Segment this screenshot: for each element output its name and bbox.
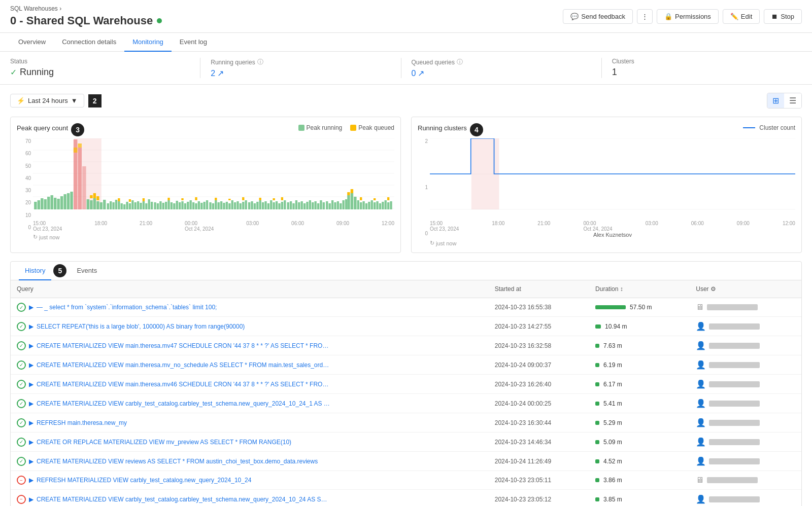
expand-arrow[interactable]: ▶ — [29, 400, 33, 407]
expand-arrow[interactable]: ▶ — [29, 342, 33, 349]
query-cell: ✓ ▶ REFRESH main.theresa.new_my — [11, 413, 489, 432]
duration-cell: 3.86 m — [589, 471, 690, 490]
filter-icon[interactable]: ⚙ — [710, 285, 716, 293]
stop-button[interactable]: ⏹ Stop — [764, 9, 802, 24]
tab-monitoring[interactable]: Monitoring — [124, 33, 172, 52]
history-tab-history[interactable]: History — [19, 262, 51, 280]
permissions-button[interactable]: 🔒 Permissions — [657, 9, 719, 24]
svg-rect-8 — [34, 202, 37, 209]
tab-eventlog[interactable]: Event log — [172, 33, 215, 52]
expand-arrow[interactable]: ▶ — [29, 439, 33, 446]
duration-bar — [595, 440, 599, 444]
legend-queued: Peak queued — [350, 124, 394, 131]
external-link-icon: ↗ — [217, 68, 224, 78]
info-icon-queued: ⓘ — [457, 58, 463, 66]
col-duration[interactable]: Duration ↕ — [589, 280, 690, 298]
expand-arrow[interactable]: ▶ — [29, 419, 33, 426]
query-text[interactable]: REFRESH MATERIALIZED VIEW carbly_test_ca… — [37, 477, 251, 484]
query-text[interactable]: CREATE MATERIALIZED VIEW main.theresa.mv… — [37, 381, 331, 388]
duration-bar — [595, 459, 599, 463]
send-feedback-button[interactable]: 💬 Send feedback — [563, 9, 633, 24]
step-badge-3: 3 — [71, 123, 84, 136]
svg-rect-129 — [351, 189, 353, 193]
query-text[interactable]: CREATE MATERIALIZED VIEW main.theresa.mv… — [37, 362, 331, 369]
query-text[interactable]: CREATE MATERIALIZED VIEW reviews AS SELE… — [37, 458, 318, 465]
query-text[interactable]: CREATE MATERIALIZED VIEW carbly_test_cat… — [37, 496, 331, 503]
svg-rect-60 — [171, 202, 173, 209]
header-actions: 💬 Send feedback ⋮ 🔒 Permissions ✏️ Edit … — [563, 9, 802, 24]
svg-rect-28 — [96, 201, 99, 209]
svg-rect-32 — [93, 193, 96, 198]
tab-overview[interactable]: Overview — [10, 33, 54, 52]
svg-rect-106 — [281, 202, 283, 209]
edit-button[interactable]: ✏️ Edit — [723, 9, 760, 24]
svg-rect-16 — [60, 196, 63, 209]
duration-cell: 5.41 m — [589, 394, 690, 413]
query-status-icon: ✓ — [17, 341, 26, 350]
tab-connection[interactable]: Connection details — [54, 33, 124, 52]
query-cell: − ▶ REFRESH MATERIALIZED VIEW carbly_tes… — [11, 471, 489, 490]
expand-arrow[interactable]: ▶ — [29, 381, 33, 388]
breadcrumb[interactable]: SQL Warehouses › — [10, 5, 162, 12]
svg-rect-83 — [226, 202, 228, 209]
svg-rect-57 — [162, 203, 164, 209]
table-row: ✓ ▶ CREATE OR REPLACE MATERIALIZED VIEW … — [11, 432, 801, 452]
started-at-cell: 2024-10-23 23:05:11 — [489, 471, 589, 490]
running-clusters-title: Running clusters — [418, 124, 467, 132]
svg-rect-153 — [387, 197, 389, 200]
history-tab-events[interactable]: Events — [71, 262, 103, 280]
svg-rect-53 — [143, 198, 145, 201]
svg-rect-79 — [215, 200, 217, 209]
svg-rect-44 — [134, 202, 137, 209]
expand-arrow[interactable]: ▶ — [29, 496, 33, 503]
queued-queries-value[interactable]: 0 ↗ — [412, 68, 591, 78]
started-at-cell: 2024-10-23 16:26:40 — [489, 375, 589, 394]
expand-arrow[interactable]: ▶ — [29, 458, 33, 465]
query-status-icon: ✓ — [17, 457, 26, 466]
svg-rect-71 — [200, 203, 202, 209]
list-view-button[interactable]: ☰ — [784, 93, 801, 108]
svg-rect-88 — [240, 203, 242, 209]
query-text[interactable]: CREATE MATERIALIZED VIEW carbly_test_cat… — [37, 400, 331, 407]
query-text[interactable]: CREATE MATERIALIZED VIEW main.theresa.mv… — [37, 342, 331, 349]
query-text[interactable]: CREATE OR REPLACE MATERIALIZED VIEW mv_p… — [37, 439, 291, 446]
query-text[interactable]: — _ select * from `system`.`information_… — [37, 304, 217, 311]
query-text[interactable]: REFRESH main.theresa.new_my — [37, 419, 127, 426]
running-queries-value[interactable]: 2 ↗ — [211, 68, 390, 78]
user-type-icon: 👤 — [696, 399, 706, 408]
expand-arrow[interactable]: ▶ — [29, 362, 33, 369]
svg-rect-31 — [90, 195, 92, 198]
expand-arrow[interactable]: ▶ — [29, 477, 33, 484]
svg-rect-77 — [209, 202, 211, 209]
svg-rect-37 — [115, 200, 117, 209]
title-section: SQL Warehouses › 0 - Shared SQL Warehous… — [10, 5, 162, 27]
svg-rect-139 — [360, 202, 362, 209]
main-tabs: Overview Connection details Monitoring E… — [0, 33, 812, 52]
svg-rect-134 — [337, 201, 339, 209]
expand-arrow[interactable]: ▶ — [29, 304, 33, 311]
query-text[interactable]: SELECT REPEAT('this is a large blob', 10… — [37, 323, 245, 330]
user-type-icon: 👤 — [696, 456, 706, 466]
svg-rect-131 — [329, 203, 331, 209]
svg-rect-75 — [181, 198, 183, 200]
svg-rect-99 — [262, 202, 264, 209]
grid-view-button[interactable]: ⊞ — [767, 93, 784, 108]
svg-rect-86 — [234, 202, 236, 209]
queued-queries-label: Queued queries ⓘ — [412, 58, 591, 66]
svg-rect-46 — [140, 203, 142, 209]
more-options-button[interactable]: ⋮ — [637, 9, 653, 24]
time-selector[interactable]: ⚡ Last 24 hours ▼ — [10, 94, 84, 107]
lock-icon: 🔒 — [664, 13, 672, 20]
user-cell: 👤 — [690, 336, 801, 355]
svg-rect-76 — [195, 197, 197, 200]
query-cell: − ▶ CREATE MATERIALIZED VIEW carbly_test… — [11, 490, 489, 507]
svg-rect-11 — [44, 199, 47, 209]
expand-arrow[interactable]: ▶ — [29, 323, 33, 330]
duration-bar — [595, 324, 601, 329]
svg-rect-101 — [267, 203, 269, 209]
svg-rect-127 — [354, 197, 356, 209]
duration-value: 5.09 m — [603, 439, 622, 446]
user-cell: 👤 — [690, 317, 801, 336]
svg-rect-27 — [93, 198, 96, 209]
legend-running: Peak running — [298, 124, 343, 131]
